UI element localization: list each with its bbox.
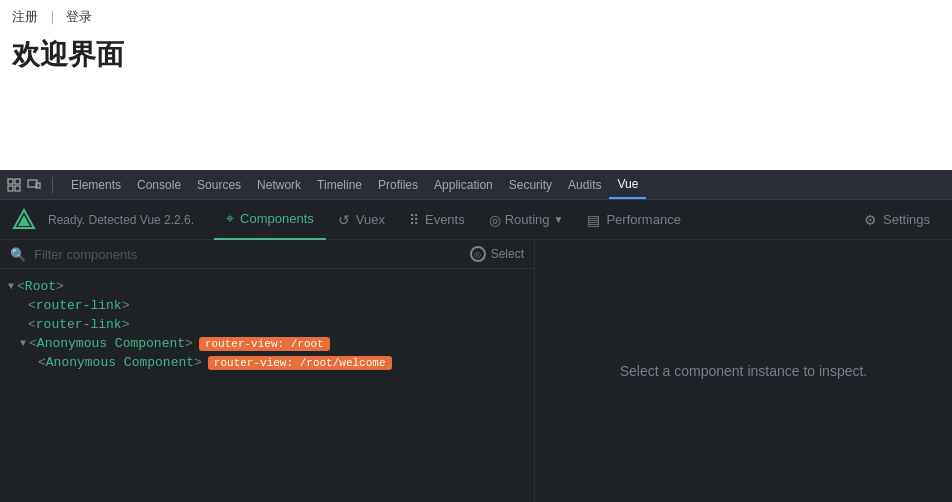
tag-close: > (122, 298, 130, 313)
tab-components-label: Components (240, 211, 314, 226)
filter-input[interactable] (34, 247, 462, 262)
tab-performance-label: Performance (606, 212, 680, 227)
inspect-message: Select a component instance to inspect. (620, 363, 867, 379)
vuex-icon: ↺ (338, 212, 350, 228)
tree-arrow[interactable]: ▼ (8, 281, 14, 292)
tab-vuex[interactable]: ↺ Vuex (326, 200, 397, 240)
tree-row[interactable]: <router-link> (0, 315, 534, 334)
vue-toolbar: Ready. Detected Vue 2.2.6. ⌖ Components … (0, 200, 952, 240)
tree-row[interactable]: <Anonymous Component> router-view: /root… (0, 353, 534, 372)
tree-row[interactable]: <router-link> (0, 296, 534, 315)
browser-tab-security[interactable]: Security (501, 170, 560, 199)
vue-status: Ready. Detected Vue 2.2.6. (48, 213, 194, 227)
tag-open: < (29, 336, 37, 351)
route-badge: router-view: /root/welcome (208, 356, 392, 370)
svg-rect-2 (8, 186, 13, 191)
tree-row[interactable]: ▼ <Root> (0, 277, 534, 296)
filter-search-icon: 🔍 (10, 247, 26, 262)
link-divider: ｜ (46, 9, 59, 24)
component-tree: ▼ <Root> <router-link> <router-link> ▼ (0, 269, 534, 380)
tab-vuex-label: Vuex (356, 212, 385, 227)
page-links: 注册 ｜ 登录 (12, 8, 940, 26)
routing-dropdown-arrow: ▼ (554, 214, 564, 225)
browser-tab-vue[interactable]: Vue (609, 170, 646, 199)
tag-name: router-link (36, 317, 122, 332)
svg-rect-5 (36, 183, 40, 188)
select-target-icon: ◎ (470, 246, 486, 262)
select-label: Select (491, 247, 524, 261)
login-link[interactable]: 登录 (66, 9, 92, 24)
tag-name: Anonymous Component (46, 355, 194, 370)
tag-open: < (28, 298, 36, 313)
tag-name: router-link (36, 298, 122, 313)
browser-tab-audits[interactable]: Audits (560, 170, 609, 199)
browser-tab-sources[interactable]: Sources (189, 170, 249, 199)
select-button[interactable]: ◎ Select (470, 246, 524, 262)
tree-row[interactable]: ▼ <Anonymous Component> router-view: /ro… (0, 334, 534, 353)
events-icon: ⠿ (409, 212, 419, 228)
tab-routing-label: Routing (505, 212, 550, 227)
svg-rect-1 (15, 179, 20, 184)
svg-rect-0 (8, 179, 13, 184)
tab-routing[interactable]: ◎ Routing ▼ (477, 200, 576, 240)
settings-icon: ⚙ (864, 212, 877, 228)
tag-close: > (122, 317, 130, 332)
tag-name: Anonymous Component (37, 336, 185, 351)
filter-bar: 🔍 ◎ Select (0, 240, 534, 269)
components-icon: ⌖ (226, 210, 234, 227)
inspect-icon[interactable] (6, 177, 22, 193)
devtools-icons (6, 177, 53, 193)
vue-logo (10, 206, 38, 234)
tab-settings[interactable]: ⚙ Settings (852, 200, 942, 240)
tab-settings-label: Settings (883, 212, 930, 227)
tag-open: < (38, 355, 46, 370)
routing-icon: ◎ (489, 212, 501, 228)
tag-name: Root (25, 279, 56, 294)
tab-performance[interactable]: ▤ Performance (575, 200, 692, 240)
tree-arrow[interactable]: ▼ (20, 338, 26, 349)
performance-icon: ▤ (587, 212, 600, 228)
browser-tab-timeline[interactable]: Timeline (309, 170, 370, 199)
tag-open: < (28, 317, 36, 332)
tab-events[interactable]: ⠿ Events (397, 200, 477, 240)
route-badge: router-view: /root (199, 337, 330, 351)
main-panel: 🔍 ◎ Select ▼ <Root> <router-lin (0, 240, 952, 502)
browser-tab-network[interactable]: Network (249, 170, 309, 199)
browser-tab-application[interactable]: Application (426, 170, 501, 199)
browser-tab-profiles[interactable]: Profiles (370, 170, 426, 199)
tab-events-label: Events (425, 212, 465, 227)
browser-tab-bar: Elements Console Sources Network Timelin… (0, 170, 952, 200)
inspect-panel: Select a component instance to inspect. (535, 240, 952, 502)
browser-tab-elements[interactable]: Elements (63, 170, 129, 199)
tag-open: < (17, 279, 25, 294)
register-link[interactable]: 注册 (12, 9, 38, 24)
tab-components[interactable]: ⌖ Components (214, 200, 326, 240)
page-area: 注册 ｜ 登录 欢迎界面 (0, 0, 952, 170)
responsive-icon[interactable] (26, 177, 42, 193)
devtools-panel: Elements Console Sources Network Timelin… (0, 170, 952, 502)
tree-panel: 🔍 ◎ Select ▼ <Root> <router-lin (0, 240, 535, 502)
tag-close: > (185, 336, 193, 351)
tag-close: > (194, 355, 202, 370)
tag-close: > (56, 279, 64, 294)
browser-tab-console[interactable]: Console (129, 170, 189, 199)
svg-rect-3 (15, 186, 20, 191)
page-title: 欢迎界面 (12, 36, 940, 74)
